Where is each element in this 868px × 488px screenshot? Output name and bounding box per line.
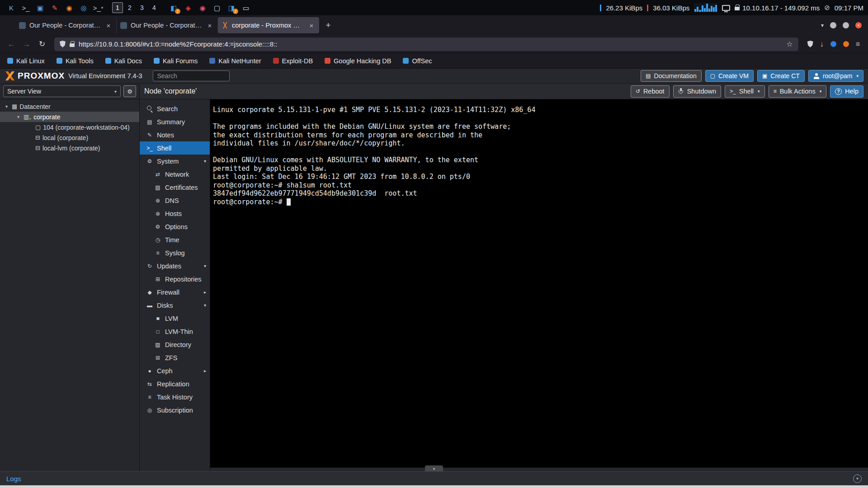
close-window-button[interactable]: ×	[855, 22, 862, 28]
tree-item-local-corporate[interactable]: ⊟local (corporate)	[0, 132, 139, 143]
bookmark-kali-nethunter[interactable]: Kali NetHunter	[209, 57, 261, 65]
server-view-select[interactable]: Server View ▾	[3, 85, 121, 97]
extension-shield-icon[interactable]	[807, 41, 813, 47]
sidebar-item-summary[interactable]: ▤Summary	[140, 115, 210, 128]
launcher-screenshot-tool[interactable]: ◎	[77, 1, 90, 14]
tree-item-104-corporate-workstation-04[interactable]: ▢104 (corporate-workstation-04)	[0, 122, 139, 132]
extension-orange-icon[interactable]	[843, 41, 849, 47]
logs-splitter-handle[interactable]: ▴	[425, 465, 443, 471]
user-menu-button[interactable]: root@pam▾	[808, 70, 863, 82]
sidebar-item-shell[interactable]: >_Shell	[140, 141, 210, 155]
sidebar-item-certificates[interactable]: ▧Certificates	[140, 181, 210, 194]
tracking-shield-icon[interactable]	[60, 41, 66, 47]
bookmark-exploit-db[interactable]: Exploit-DB	[273, 57, 313, 65]
list-tabs-button[interactable]: ▾	[821, 22, 824, 28]
sidebar-item-repositories[interactable]: ⊞Repositories	[140, 272, 210, 286]
browser-tab[interactable]: Our People - Corporate.HTB×	[117, 17, 218, 33]
shell-button[interactable]: >_Shell▾	[725, 85, 764, 98]
create-ct-button[interactable]: ▣Create CT	[757, 70, 805, 82]
minimize-button[interactable]	[830, 22, 836, 28]
workspace-button-1[interactable]: 1	[112, 2, 123, 13]
taskbar-app-code[interactable]: ◧2	[167, 1, 180, 14]
shell-terminal[interactable]: Linux corporate 5.15.131-1-pve #1 SMP PV…	[210, 99, 868, 468]
taskbar-app-blue[interactable]: ◨2	[225, 1, 238, 14]
menu-icon[interactable]: ≡	[856, 40, 860, 48]
tab-close-button[interactable]: ×	[104, 21, 113, 29]
taskbar-app-pink[interactable]: ◉	[196, 1, 209, 14]
create-vm-button[interactable]: ▢Create VM	[705, 70, 754, 82]
bulk-actions-button[interactable]: ≡Bulk Actions▾	[769, 85, 827, 98]
sidebar-item-updates[interactable]: ↻Updates▾	[140, 259, 210, 272]
bookmark-kali-docs[interactable]: Kali Docs	[105, 57, 142, 65]
workspace-button-4[interactable]: 4	[149, 2, 160, 13]
sidebar-item-system[interactable]: ⚙System▾	[140, 155, 210, 168]
tree-item-corporate[interactable]: ▾▥▸corporate	[0, 112, 139, 122]
launcher-terminal-dropdown[interactable]: >_▾	[91, 1, 105, 14]
vpn-status[interactable]: 10.10.16.17 - 149.092 ms	[735, 4, 820, 12]
launcher-text-editor[interactable]: ✎	[48, 1, 61, 14]
sidebar-item-task-history[interactable]: ≡Task History	[140, 390, 210, 404]
launcher-terminal-app[interactable]: >_	[19, 1, 33, 14]
tree-item-local-lvm-corporate[interactable]: ⊟local-lvm (corporate)	[0, 143, 139, 153]
bookmark-offsec[interactable]: OffSec	[403, 57, 432, 65]
sidebar-item-notes[interactable]: ✎Notes	[140, 128, 210, 141]
workspace-button-3[interactable]: 3	[137, 2, 147, 13]
url-bar[interactable]: ☆	[54, 38, 798, 51]
sidebar-item-lvm-thin[interactable]: □LVM-Thin	[140, 325, 210, 338]
logs-label[interactable]: Logs	[6, 475, 21, 483]
network-off-icon[interactable]: ⊘	[824, 4, 830, 12]
sidebar-item-replication[interactable]: ⇆Replication	[140, 377, 210, 390]
new-tab-button[interactable]: +	[321, 18, 335, 33]
documentation-button[interactable]: ▤Documentation	[641, 70, 702, 82]
tab-close-button[interactable]: ×	[206, 21, 214, 29]
tree-item-datacenter[interactable]: ▾▦Datacenter	[0, 101, 139, 112]
browser-tab[interactable]: Our People - Corporate.HTB×	[15, 17, 117, 33]
bookmark-star-icon[interactable]: ☆	[786, 40, 793, 48]
sidebar-item-syslog[interactable]: ≡Syslog	[140, 246, 210, 259]
bookmark-kali-tools[interactable]: Kali Tools	[57, 57, 94, 65]
sidebar-item-lvm[interactable]: ■LVM	[140, 312, 210, 325]
downloads-icon[interactable]: ↓	[820, 40, 824, 48]
bookmark-google-hacking-db[interactable]: Google Hacking DB	[325, 57, 391, 65]
taskbar-app-red[interactable]: ◈	[181, 1, 195, 14]
proxmox-search-input[interactable]	[153, 70, 230, 81]
bookmark-kali-forums[interactable]: Kali Forums	[154, 57, 198, 65]
bookmark-kali-linux[interactable]: Kali Linux	[7, 57, 45, 65]
proxmox-logo[interactable]: PROXMOX	[5, 71, 65, 81]
maximize-button[interactable]	[843, 22, 849, 28]
forward-button[interactable]: →	[20, 38, 33, 51]
sidebar-item-directory[interactable]: ▨Directory	[140, 338, 210, 351]
launcher-firefox[interactable]: ◉	[62, 1, 76, 14]
tab-close-button[interactable]: ×	[307, 21, 316, 29]
taskbar-app-white[interactable]: ▭	[239, 1, 253, 14]
sidebar-item-dns[interactable]: ⊕DNS	[140, 194, 210, 207]
display-icon[interactable]	[722, 5, 730, 11]
sidebar-item-zfs[interactable]: ⊞ZFS	[140, 351, 210, 364]
network-graph[interactable]	[694, 3, 717, 12]
workspace-button-2[interactable]: 2	[124, 2, 135, 13]
logs-collapse-icon[interactable]: ▾	[853, 474, 862, 483]
sidebar-item-subscription[interactable]: ◎Subscription	[140, 404, 210, 417]
reload-button[interactable]: ↻	[35, 38, 49, 51]
sidebar-item-options[interactable]: ⚙Options	[140, 220, 210, 233]
sidebar-item-disks[interactable]: ▬Disks▾	[140, 299, 210, 312]
https-lock-icon[interactable]	[70, 43, 75, 47]
back-button[interactable]: ←	[5, 38, 18, 51]
url-input[interactable]	[79, 40, 782, 48]
help-button[interactable]: ?Help	[830, 85, 863, 98]
reboot-button[interactable]: ↺Reboot	[631, 85, 670, 98]
taskbar-app-light[interactable]: ▢	[210, 1, 224, 14]
sidebar-item-ceph[interactable]: ●Ceph▸	[140, 364, 210, 377]
sidebar-item-hosts[interactable]: ⊕Hosts	[140, 207, 210, 220]
sidebar-item-search[interactable]: Search	[140, 102, 210, 115]
sidebar-item-time[interactable]: ◷Time	[140, 233, 210, 246]
sidebar-item-firewall[interactable]: ◆Firewall▸	[140, 286, 210, 299]
proxy-extension-icon[interactable]	[830, 41, 836, 47]
tree-settings-button[interactable]: ⚙	[123, 85, 136, 97]
shutdown-button[interactable]: Shutdown	[673, 85, 722, 98]
sidebar-item-network[interactable]: ⇄Network	[140, 168, 210, 181]
browser-tab[interactable]: ╳corporate - Proxmox Virt...×	[218, 17, 319, 33]
clock[interactable]: 09:17 PM	[835, 4, 863, 12]
launcher-file-manager[interactable]: ▣	[33, 1, 47, 14]
launcher-kali-menu[interactable]: K	[5, 1, 18, 14]
